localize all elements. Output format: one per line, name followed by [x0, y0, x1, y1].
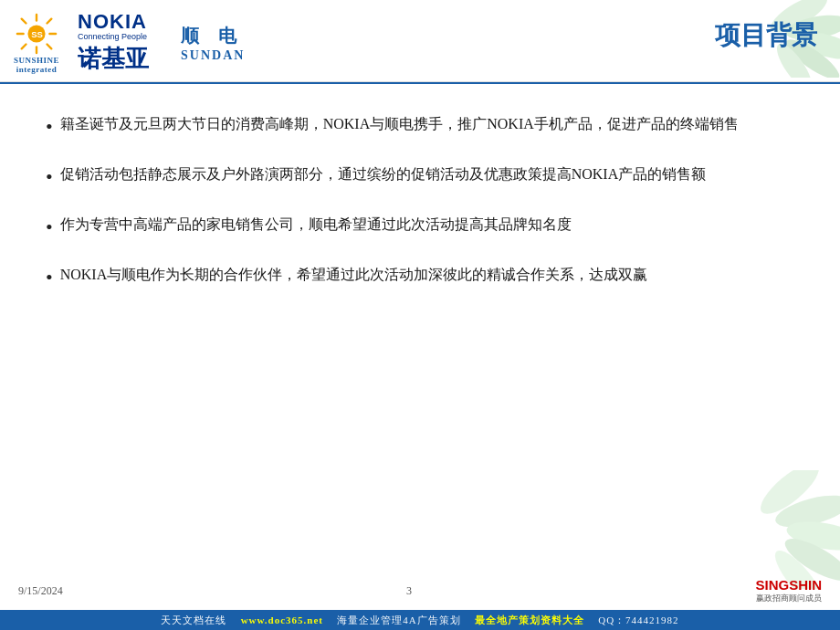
footer: 9/15/2024 3 SINGSHIN 赢政招商顾问成员 [0, 577, 840, 604]
bullet-text-4: NOKIA与顺电作为长期的合作伙伴，希望通过此次活动加深彼此的精诚合作关系，达成… [60, 262, 648, 287]
nokia-logo: NOKIA Connecting People 诺基亚 [78, 12, 149, 75]
ss-integrated-text: integrated [16, 65, 58, 74]
page-title: 项目背景 [715, 18, 817, 53]
ss-text: SUNSHINE [14, 56, 59, 65]
svg-line-11 [47, 19, 52, 24]
header-underline [0, 82, 840, 84]
nokia-chinese: 诺基亚 [78, 43, 149, 75]
svg-line-12 [22, 45, 26, 49]
bullet-item-2: • 促销活动包括静态展示及户外路演两部分，通过缤纷的促销活动及优惠政策提高NOK… [46, 162, 785, 192]
svg-text:SS: SS [31, 29, 43, 39]
footer-brand: SINGSHIN 赢政招商顾问成员 [755, 577, 822, 604]
sun-icon: SS [15, 12, 58, 56]
bullet-item-3: • 作为专营中高端产品的家电销售公司，顺电希望通过此次活动提高其品牌知名度 [46, 212, 785, 242]
bullet-text-2: 促销活动包括静态展示及户外路演两部分，通过缤纷的促销活动及优惠政策提高NOKIA… [60, 162, 707, 186]
footer-date: 9/15/2024 [18, 584, 63, 598]
svg-line-9 [22, 19, 26, 24]
header: SS SUNSHINE integrated NOKIA Connecting … [0, 0, 840, 82]
bullet-item-1: • 籍圣诞节及元旦两大节日的消费高峰期，NOKIA与顺电携手，推广NOKIA手机… [46, 111, 785, 142]
sundan-chinese: 顺 电 [181, 24, 245, 48]
bullet-dot-3: • [46, 212, 53, 242]
bullet-dot-4: • [46, 262, 53, 292]
banner-url: www.doc365.net [241, 614, 323, 625]
deco-flower-bottom [698, 470, 840, 589]
slide-container: SS SUNSHINE integrated NOKIA Connecting … [0, 0, 840, 630]
bullet-dot-2: • [46, 162, 53, 192]
ss-logo: SS SUNSHINE integrated [14, 12, 59, 74]
singshin-brand-name: SINGSHIN [755, 577, 822, 593]
sundan-logo: 顺 电 SUNDAN [181, 24, 245, 63]
bullet-text-1: 籍圣诞节及元旦两大节日的消费高峰期，NOKIA与顺电携手，推广NOKIA手机产品… [60, 111, 739, 136]
bottom-banner: 天天文档在线 www.doc365.net 海量企业管理4A广告策划 最全地产策… [0, 610, 840, 630]
bullet-text-3: 作为专营中高端产品的家电销售公司，顺电希望通过此次活动提高其品牌知名度 [60, 212, 572, 236]
svg-line-10 [47, 45, 52, 49]
banner-text: 天天文档在线 www.doc365.net 海量企业管理4A广告策划 最全地产策… [161, 614, 678, 627]
nokia-title: NOKIA [78, 12, 149, 32]
bullet-dot-1: • [46, 111, 53, 142]
main-content: • 籍圣诞节及元旦两大节日的消费高峰期，NOKIA与顺电携手，推广NOKIA手机… [0, 89, 840, 321]
footer-page-number: 3 [406, 584, 412, 598]
banner-highlight: 最全地产策划资料大全 [475, 614, 584, 625]
sundan-english: SUNDAN [181, 48, 245, 63]
bullet-item-4: • NOKIA与顺电作为长期的合作伙伴，希望通过此次活动加深彼此的精诚合作关系，… [46, 262, 785, 292]
nokia-subtitle: Connecting People [78, 32, 149, 41]
singshin-brand-sub: 赢政招商顾问成员 [756, 593, 822, 604]
